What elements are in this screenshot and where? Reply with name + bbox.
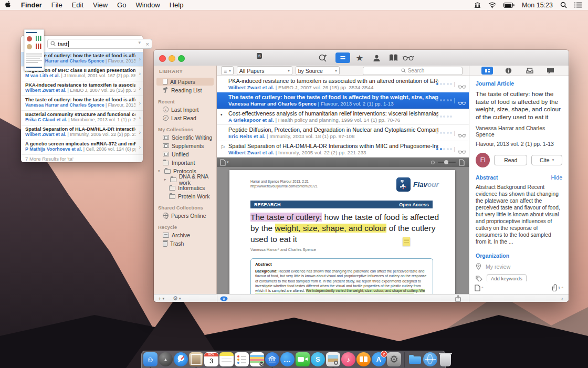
search-plus-icon[interactable] bbox=[316, 52, 330, 63]
zoom-out-icon[interactable] bbox=[431, 161, 435, 164]
pdf-preview-pane[interactable]: Harrar and Spence Flavour 2013, 2:21 htt… bbox=[217, 167, 469, 294]
dock-finder-icon[interactable]: ☺ bbox=[143, 352, 158, 368]
clear-search-icon[interactable]: × bbox=[146, 41, 149, 47]
my-review-field[interactable]: My review bbox=[476, 263, 562, 270]
hide-abstract-link[interactable]: Hide bbox=[551, 174, 562, 181]
apple-menu-icon[interactable] bbox=[0, 1, 16, 9]
sidebar-item-reading-list[interactable]: Reading List bbox=[156, 86, 214, 94]
paper-row[interactable]: PKA-induced resistance to tamoxifen is a… bbox=[217, 76, 469, 92]
sidebar-item-all-papers[interactable]: All Papers bbox=[156, 78, 214, 86]
rating-dots[interactable] bbox=[436, 148, 452, 150]
rating-dots[interactable] bbox=[436, 83, 452, 85]
dock-system-preferences-icon[interactable]: ⚙ bbox=[387, 352, 401, 368]
overview-tab[interactable] bbox=[481, 67, 493, 75]
preview-eye-icon[interactable] bbox=[220, 295, 228, 302]
paper-row[interactable]: ⚐ Spatial Separation of HLA-DM/HLA-DR In… bbox=[217, 141, 469, 157]
close-button[interactable] bbox=[159, 55, 166, 62]
sidebar-item-dna-rna-work[interactable]: ▸DNA & RNA work bbox=[156, 175, 214, 183]
zoom-slider[interactable] bbox=[438, 162, 456, 163]
menu-window[interactable]: Window bbox=[131, 1, 164, 9]
dock-photos-icon[interactable] bbox=[189, 352, 203, 368]
spotlight-icon[interactable] bbox=[560, 2, 567, 8]
files-tab[interactable] bbox=[524, 67, 536, 75]
popup-search-input[interactable]: tast × bbox=[47, 39, 152, 49]
pdf-glasses-icon[interactable] bbox=[458, 146, 466, 156]
dock-folder-icon[interactable] bbox=[408, 352, 422, 368]
menu-view[interactable]: View bbox=[88, 1, 112, 9]
page-thumbnail-icon[interactable]: ▾ bbox=[220, 159, 229, 166]
sidebar-item-archive[interactable]: Archive bbox=[156, 231, 214, 239]
cite-button[interactable]: Cite ▾ bbox=[531, 155, 562, 165]
supplement-page-icon[interactable] bbox=[475, 285, 480, 291]
zoom-button[interactable] bbox=[178, 55, 185, 62]
rating-dots[interactable] bbox=[436, 115, 452, 118]
search-result-row[interactable]: PKA-induced resistance to tamoxifen is a… bbox=[21, 81, 143, 96]
menu-help[interactable]: Help bbox=[165, 1, 188, 9]
dock-messages-icon[interactable]: … bbox=[280, 352, 295, 368]
favorites-star-icon[interactable]: ★ bbox=[352, 52, 367, 63]
more-results-footer[interactable]: 7 More Results for 'ta' bbox=[21, 155, 143, 162]
disclosure-closed-icon[interactable]: ▸ bbox=[164, 177, 167, 182]
sidebar-item-papers-online[interactable]: Papers Online bbox=[156, 212, 214, 219]
paper-row-selected[interactable]: The taste of cutlery: how the taste of f… bbox=[217, 92, 469, 109]
dock-safari-icon[interactable] bbox=[174, 352, 188, 368]
papers-menubar-icon[interactable] bbox=[474, 2, 481, 8]
view-options-menu[interactable]: ≡ ▾ bbox=[221, 66, 234, 75]
dock-network-globe-icon[interactable] bbox=[423, 352, 437, 368]
pdf-glasses-icon[interactable] bbox=[458, 81, 466, 91]
sort-dropdown[interactable]: by Source ▾ bbox=[296, 66, 340, 75]
sidebar-item-last-read[interactable]: ✓Last Read bbox=[156, 114, 214, 122]
dock-trash-icon[interactable] bbox=[438, 352, 453, 368]
sidebar-item-supplements[interactable]: Supplements bbox=[156, 142, 214, 150]
menu-edit[interactable]: Edit bbox=[67, 1, 88, 9]
search-result-row[interactable]: Bacterial community structure and functi… bbox=[21, 111, 143, 125]
pdf-glasses-icon[interactable] bbox=[458, 130, 466, 140]
action-gear-menu[interactable]: ⚙▾ bbox=[173, 295, 181, 302]
sidebar-item-last-import[interactable]: ↓Last Import bbox=[156, 106, 214, 113]
read-button[interactable]: Read bbox=[494, 155, 527, 165]
minimize-button[interactable] bbox=[169, 55, 175, 62]
sidebar-item-scientific-writing[interactable]: Scientific Writing bbox=[156, 133, 214, 141]
search-result-row[interactable]: Spatial Separation of HLA-DM/HLA-DR Inte… bbox=[21, 125, 143, 140]
zoom-slider-knob[interactable] bbox=[444, 160, 448, 164]
dock-ibooks-icon[interactable] bbox=[356, 352, 371, 368]
window-titlebar[interactable]: ★ 6 bbox=[154, 50, 569, 66]
menu-file[interactable]: File bbox=[47, 1, 67, 9]
dock-launchpad-icon[interactable]: ▲ bbox=[159, 352, 173, 368]
collections-book-icon[interactable] bbox=[386, 52, 401, 63]
rating-dots[interactable] bbox=[436, 132, 452, 134]
list-search-field[interactable]: Search bbox=[363, 67, 463, 75]
dock-facetime-icon[interactable] bbox=[296, 352, 310, 368]
dock-preview-icon[interactable] bbox=[326, 352, 340, 368]
readcube-glasses-icon[interactable] bbox=[401, 52, 415, 63]
paper-row[interactable]: • Cost-effectiveness analysis of humanit… bbox=[217, 109, 469, 125]
dock-itunes-icon[interactable]: ♪ bbox=[341, 352, 355, 368]
inspector-authors[interactable]: Vanessa Harrar and Charles Spence bbox=[476, 125, 562, 138]
share-icon[interactable] bbox=[455, 295, 461, 302]
sidebar-item-trash[interactable]: Trash bbox=[156, 239, 214, 247]
search-result-row[interactable]: A genetic screen implicates miRNA-372 an… bbox=[21, 140, 143, 155]
doc-type-link[interactable]: Journal Article bbox=[476, 80, 562, 87]
dock-reminders-icon[interactable] bbox=[235, 352, 249, 368]
sidebar-item-unfiled[interactable]: Unfiled bbox=[156, 150, 214, 158]
inspector-source[interactable]: Flavour, 2013 vol. 2 (1) pp. 1-13 bbox=[476, 141, 562, 147]
menu-go[interactable]: Go bbox=[112, 1, 131, 9]
collection-dropdown[interactable]: All Papers ▾ bbox=[237, 66, 292, 75]
disclosure-open-icon[interactable]: ▾ bbox=[158, 169, 162, 173]
sidebar-item-protein-work[interactable]: Protein Work bbox=[156, 192, 214, 200]
authors-icon[interactable] bbox=[369, 52, 384, 63]
notification-center-icon[interactable] bbox=[574, 2, 582, 8]
sticky-note-icon[interactable] bbox=[403, 237, 410, 246]
rating-dots[interactable] bbox=[436, 99, 452, 101]
dock-papers-icon[interactable] bbox=[265, 352, 279, 368]
paper-row[interactable]: Peptide Diffusion, Protection, and Degra… bbox=[217, 125, 469, 141]
collapse-inspector-icon[interactable]: ‹ bbox=[561, 295, 563, 302]
battery-icon[interactable] bbox=[503, 3, 514, 8]
dock-appstore-icon[interactable]: A2 bbox=[372, 352, 386, 368]
menu-app-name[interactable]: Finder bbox=[16, 1, 47, 9]
pdf-glasses-icon[interactable] bbox=[458, 98, 466, 107]
dock-notes-icon[interactable] bbox=[219, 352, 234, 368]
popup-options-chevron-icon[interactable]: ▾ bbox=[138, 40, 141, 45]
fit-page-icon[interactable] bbox=[459, 159, 465, 166]
add-collection-button[interactable]: +▾ bbox=[158, 295, 164, 302]
